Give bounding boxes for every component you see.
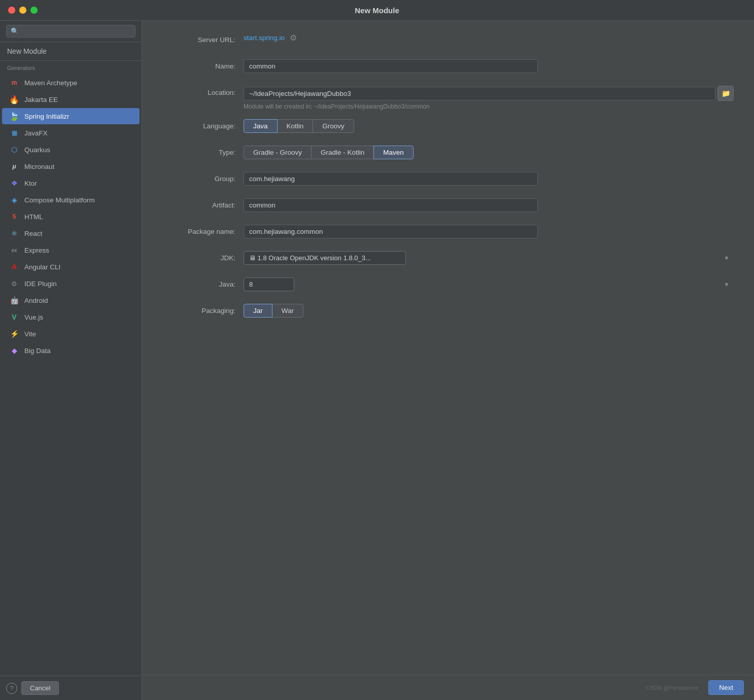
next-button[interactable]: Next xyxy=(708,680,744,695)
sidebar-item-label: Android xyxy=(24,297,48,304)
close-button[interactable] xyxy=(8,7,15,14)
sidebar-item-vuejs[interactable]: VVue.js xyxy=(2,309,140,325)
sidebar-bottom: ? Cancel xyxy=(0,676,142,700)
location-row: Location: 📁 Module will be created in: ~… xyxy=(162,86,734,110)
packaging-btn-war[interactable]: War xyxy=(272,304,303,318)
name-label: Name: xyxy=(162,59,244,70)
vuejs-icon: V xyxy=(9,312,19,322)
java-row: Java: 8111721 ▼ xyxy=(162,277,734,295)
type-btn-maven[interactable]: Maven xyxy=(373,146,414,159)
big-data-icon: ◆ xyxy=(9,345,19,356)
content-panel: Server URL: start.spring.io ⚙ Name: Loca… xyxy=(142,21,754,700)
sidebar-item-maven-archetype[interactable]: mMaven Archetype xyxy=(2,75,140,91)
sidebar-item-label: Angular CLI xyxy=(24,263,60,271)
sidebar-item-label: Ktor xyxy=(24,180,37,187)
javafx-icon: ▦ xyxy=(9,128,19,138)
generators-label: Generators xyxy=(0,61,142,73)
sidebar-item-label: Spring Initializr xyxy=(24,113,70,120)
java-label: Java: xyxy=(162,277,244,288)
maximize-button[interactable] xyxy=(30,7,38,14)
browse-button[interactable]: 📁 xyxy=(717,86,734,101)
location-label: Location: xyxy=(162,86,244,96)
jakarta-ee-icon: 🔥 xyxy=(9,94,19,104)
sidebar-item-html[interactable]: 5HTML xyxy=(2,208,140,225)
server-url-label: Server URL: xyxy=(162,33,244,44)
sidebar-item-label: Vue.js xyxy=(24,313,43,321)
watermark: CSDN @Persistence xyxy=(646,685,698,691)
quarkus-icon: ⬡ xyxy=(9,145,19,155)
sidebar-item-micronaut[interactable]: μMicronaut xyxy=(2,158,140,174)
sidebar-item-spring-initializr[interactable]: 🍃Spring Initializr xyxy=(2,108,140,124)
sidebar-item-label: Big Data xyxy=(24,347,51,355)
cancel-button[interactable]: Cancel xyxy=(21,681,59,695)
sidebar-item-ide-plugin[interactable]: ⚙IDE Plugin xyxy=(2,275,140,292)
sidebar-item-label: Compose Multiplatform xyxy=(24,196,95,204)
bottom-bar: CSDN @Persistence Next xyxy=(142,675,754,700)
group-input[interactable] xyxy=(244,172,538,186)
window-controls xyxy=(8,7,38,14)
jdk-label: JDK: xyxy=(162,251,244,262)
artifact-row: Artifact: xyxy=(162,198,734,216)
language-label: Language: xyxy=(162,119,244,130)
help-button[interactable]: ? xyxy=(6,683,17,694)
dialog-title: New Module xyxy=(355,6,399,15)
sidebar-item-angular-cli[interactable]: AAngular CLI xyxy=(2,259,140,275)
java-select[interactable]: 8111721 xyxy=(244,277,294,291)
location-hint: Module will be created in: ~/IdeaProject… xyxy=(244,103,734,110)
sidebar-item-android[interactable]: 🤖Android xyxy=(2,292,140,308)
package-name-label: Package name: xyxy=(162,225,244,235)
type-toggle-group: Gradle - GroovyGradle - KotlinMaven xyxy=(244,146,734,159)
package-name-input[interactable] xyxy=(244,225,538,238)
gear-icon[interactable]: ⚙ xyxy=(290,33,297,43)
sidebar-item-jakarta-ee[interactable]: 🔥Jakarta EE xyxy=(2,91,140,108)
sidebar-new-module-label: New Module xyxy=(0,42,142,61)
sidebar-item-compose-multiplatform[interactable]: ◈Compose Multiplatform xyxy=(2,192,140,208)
server-url-row: Server URL: start.spring.io ⚙ xyxy=(162,33,734,50)
packaging-row: Packaging: JarWar xyxy=(162,304,734,321)
language-btn-groovy[interactable]: Groovy xyxy=(313,119,354,133)
form-area: Server URL: start.spring.io ⚙ Name: Loca… xyxy=(142,21,754,675)
language-row: Language: JavaKotlinGroovy xyxy=(162,119,734,136)
micronaut-icon: μ xyxy=(9,161,19,171)
type-row: Type: Gradle - GroovyGradle - KotlinMave… xyxy=(162,146,734,163)
language-btn-kotlin[interactable]: Kotlin xyxy=(277,119,314,133)
search-input[interactable] xyxy=(6,25,135,38)
sidebar-item-vite[interactable]: ⚡Vite xyxy=(2,326,140,342)
ktor-icon: ❖ xyxy=(9,178,19,188)
vite-icon: ⚡ xyxy=(9,329,19,339)
jdk-select[interactable]: 🖥 1.8 Oracle OpenJDK version 1.8.0_3... xyxy=(244,251,406,265)
react-icon: ⚛ xyxy=(9,228,19,238)
type-label: Type: xyxy=(162,146,244,156)
sidebar-item-label: Quarkus xyxy=(24,146,50,154)
sidebar-item-express[interactable]: exExpress xyxy=(2,242,140,258)
ide-plugin-icon: ⚙ xyxy=(9,278,19,289)
language-toggle-group: JavaKotlinGroovy xyxy=(244,119,734,133)
type-btn-gradle---groovy[interactable]: Gradle - Groovy xyxy=(244,146,312,159)
sidebar-item-javafx[interactable]: ▦JavaFX xyxy=(2,125,140,141)
sidebar-item-big-data[interactable]: ◆Big Data xyxy=(2,342,140,359)
language-btn-java[interactable]: Java xyxy=(244,119,278,133)
location-input[interactable] xyxy=(244,87,715,100)
sidebar: New Module Generators mMaven Archetype🔥J… xyxy=(0,21,142,700)
packaging-btn-jar[interactable]: Jar xyxy=(244,304,272,318)
group-row: Group: xyxy=(162,172,734,189)
compose-multiplatform-icon: ◈ xyxy=(9,195,19,205)
packaging-label: Packaging: xyxy=(162,304,244,314)
artifact-input[interactable] xyxy=(244,198,538,212)
sidebar-item-label: Vite xyxy=(24,330,36,338)
sidebar-item-quarkus[interactable]: ⬡Quarkus xyxy=(2,142,140,158)
angular-cli-icon: A xyxy=(9,262,19,272)
java-dropdown-arrow: ▼ xyxy=(724,281,730,288)
server-url-link[interactable]: start.spring.io xyxy=(244,34,285,42)
sidebar-item-label: IDE Plugin xyxy=(24,280,57,288)
sidebar-item-react[interactable]: ⚛React xyxy=(2,225,140,241)
type-btn-gradle---kotlin[interactable]: Gradle - Kotlin xyxy=(311,146,374,159)
search-bar xyxy=(0,21,142,42)
sidebar-item-label: React xyxy=(24,230,42,237)
android-icon: 🤖 xyxy=(9,295,19,305)
html-icon: 5 xyxy=(9,212,19,222)
minimize-button[interactable] xyxy=(19,7,26,14)
name-input[interactable] xyxy=(244,59,538,73)
sidebar-item-ktor[interactable]: ❖Ktor xyxy=(2,175,140,191)
sidebar-item-label: Maven Archetype xyxy=(24,79,77,87)
